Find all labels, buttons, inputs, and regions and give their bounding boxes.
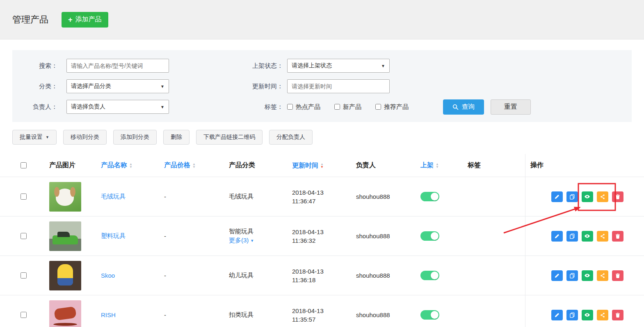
edit-button[interactable] bbox=[551, 310, 563, 320]
category-select[interactable]: 请选择产品分类 ▼ bbox=[66, 79, 169, 93]
updated-input[interactable] bbox=[287, 79, 390, 93]
tag-option-new[interactable]: 新产品 bbox=[334, 103, 361, 111]
update-time-of-day: 11:36:32 bbox=[292, 236, 347, 245]
product-owner: shouhou888 bbox=[347, 256, 412, 295]
product-category: 扣类玩具 bbox=[229, 311, 281, 319]
tag-checkbox-recommend[interactable] bbox=[375, 104, 381, 110]
product-image[interactable] bbox=[49, 261, 81, 290]
delete-button[interactable] bbox=[612, 270, 623, 281]
product-price: - bbox=[156, 295, 217, 327]
delete-selected-button[interactable]: 删除 bbox=[163, 130, 190, 145]
product-name-link[interactable]: 毛绒玩具 bbox=[101, 193, 126, 200]
product-name-link[interactable]: Skoo bbox=[101, 272, 115, 279]
select-all-checkbox[interactable] bbox=[21, 162, 27, 168]
row-checkbox[interactable] bbox=[21, 233, 27, 239]
product-name-link[interactable]: 塑料玩具 bbox=[101, 232, 126, 239]
header-name-sort[interactable]: 产品名称 ▲▼ bbox=[101, 161, 132, 170]
status-select[interactable]: 请选择上架状态 ▼ bbox=[287, 59, 390, 73]
share-button[interactable] bbox=[597, 191, 608, 202]
product-price: - bbox=[156, 256, 217, 295]
shelf-toggle[interactable] bbox=[420, 231, 439, 241]
copy-button[interactable] bbox=[566, 231, 578, 242]
preview-button[interactable] bbox=[582, 270, 593, 281]
add-to-category-label: 添加到分类 bbox=[121, 134, 149, 141]
trash-icon bbox=[615, 273, 621, 279]
search-input[interactable] bbox=[66, 59, 169, 73]
shelf-toggle[interactable] bbox=[420, 192, 439, 201]
delete-button[interactable] bbox=[612, 231, 623, 242]
product-image[interactable] bbox=[49, 221, 81, 251]
caret-down-icon: ▼ bbox=[381, 64, 385, 68]
trash-icon bbox=[615, 233, 621, 239]
move-to-category-button[interactable]: 移动到分类 bbox=[63, 130, 107, 145]
edit-button[interactable] bbox=[551, 270, 563, 281]
share-button[interactable] bbox=[597, 231, 608, 242]
trash-icon bbox=[615, 194, 621, 200]
product-image[interactable] bbox=[49, 300, 81, 327]
category-more-link[interactable]: 更多(3) ▼ bbox=[229, 237, 281, 244]
sort-carets-icon: ▲▼ bbox=[320, 163, 324, 168]
toggle-knob bbox=[431, 193, 438, 200]
header-price-sort[interactable]: 产品价格 ▲▼ bbox=[164, 161, 196, 170]
status-label: 上架状态： bbox=[169, 62, 283, 70]
delete-button[interactable] bbox=[612, 191, 623, 202]
table-row: 塑料玩具 - 智能玩具 更多(3) ▼ 2018-04-13 11:36:32 … bbox=[0, 216, 644, 256]
owner-select[interactable]: 请选择负责人 ▼ bbox=[66, 100, 169, 114]
row-checkbox[interactable] bbox=[21, 272, 27, 279]
tag-option-recommend[interactable]: 推荐产品 bbox=[375, 103, 409, 111]
batch-settings-button[interactable]: 批量设置 ▼ bbox=[12, 130, 57, 145]
add-product-button[interactable]: + 添加产品 bbox=[62, 12, 108, 28]
trash-icon bbox=[615, 312, 621, 318]
header-updated-sort[interactable]: 更新时间 ▲▼ bbox=[292, 161, 324, 170]
eye-icon bbox=[584, 312, 590, 318]
preview-button[interactable] bbox=[582, 310, 593, 320]
move-to-category-label: 移动到分类 bbox=[71, 134, 99, 141]
row-checkbox[interactable] bbox=[21, 312, 27, 318]
preview-button[interactable] bbox=[582, 231, 593, 242]
copy-button[interactable] bbox=[566, 270, 578, 281]
reset-button[interactable]: 重置 bbox=[491, 99, 531, 115]
header-price-label: 产品价格 bbox=[164, 161, 190, 170]
product-tags bbox=[457, 295, 525, 327]
update-date: 2018-04-13 bbox=[292, 188, 347, 197]
share-button[interactable] bbox=[597, 270, 608, 281]
update-time-of-day: 11:36:47 bbox=[292, 197, 347, 205]
table-header-row: 产品图片 产品名称 ▲▼ 产品价格 ▲▼ 产品分类 更新时间 ▲▼ 负责人 上架… bbox=[0, 154, 644, 177]
batch-settings-label: 批量设置 bbox=[20, 134, 43, 141]
preview-button[interactable] bbox=[582, 191, 593, 202]
copy-icon bbox=[569, 312, 575, 318]
add-product-label: 添加产品 bbox=[75, 15, 102, 24]
copy-button[interactable] bbox=[566, 191, 578, 202]
status-select-value: 请选择上架状态 bbox=[292, 62, 332, 69]
add-to-category-button[interactable]: 添加到分类 bbox=[113, 130, 157, 145]
tag-checkbox-hot[interactable] bbox=[287, 104, 293, 110]
sort-carets-icon: ▲▼ bbox=[192, 163, 196, 168]
toggle-knob bbox=[431, 311, 438, 319]
shelf-toggle[interactable] bbox=[420, 271, 439, 280]
tag-checkbox-new[interactable] bbox=[334, 104, 340, 110]
search-icon bbox=[452, 104, 459, 110]
tag-option-hot[interactable]: 热点产品 bbox=[287, 103, 320, 111]
product-name-link[interactable]: RISH bbox=[101, 311, 116, 318]
assign-owner-button[interactable]: 分配负责人 bbox=[269, 130, 313, 145]
share-button[interactable] bbox=[597, 310, 608, 320]
header-shelf-label: 上架 bbox=[420, 161, 434, 170]
download-qrcode-button[interactable]: 下载产品链接二维码 bbox=[196, 130, 263, 145]
product-image[interactable] bbox=[49, 182, 81, 212]
product-table: 产品图片 产品名称 ▲▼ 产品价格 ▲▼ 产品分类 更新时间 ▲▼ 负责人 上架… bbox=[0, 154, 644, 327]
eye-icon bbox=[584, 272, 590, 279]
query-button[interactable]: 查询 bbox=[443, 99, 484, 115]
category-more-label: 更多(3) bbox=[229, 237, 249, 244]
header-shelf-sort[interactable]: 上架 ▲▼ bbox=[420, 161, 439, 170]
product-category: 毛绒玩具 bbox=[229, 193, 281, 200]
shelf-toggle[interactable] bbox=[420, 310, 439, 320]
edit-button[interactable] bbox=[551, 191, 563, 202]
header-name-label: 产品名称 bbox=[101, 161, 127, 170]
product-owner: shouhou888 bbox=[347, 177, 412, 216]
copy-button[interactable] bbox=[566, 310, 578, 320]
reset-label: 重置 bbox=[504, 103, 517, 110]
delete-button[interactable] bbox=[612, 310, 623, 320]
eye-icon bbox=[584, 193, 590, 200]
edit-button[interactable] bbox=[551, 231, 563, 242]
row-checkbox[interactable] bbox=[21, 193, 27, 200]
